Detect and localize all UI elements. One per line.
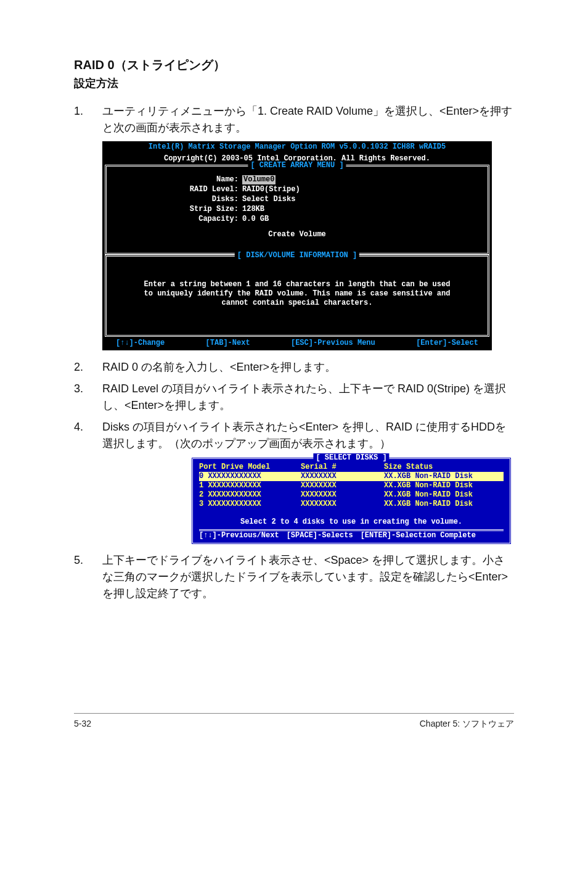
disk-port-model: 3 XXXXXXXXXXXX: [199, 500, 301, 509]
step-number: 5.: [74, 552, 102, 602]
disk-size-status: XX.XGB Non-RAID Disk: [384, 500, 501, 509]
field-name-row[interactable]: Name: Volume0: [114, 175, 480, 184]
hint-change: [↑↓]-Change: [116, 339, 165, 348]
box-title: [ SELECT DISKS ]: [313, 453, 389, 463]
list-item: 1. ユーティリティメニューから「1. Create RAID Volume」を…: [74, 103, 514, 136]
hint-previous-menu: [ESC]-Previous Menu: [291, 339, 375, 348]
box-title: [ DISK/VOLUME INFORMATION ]: [235, 251, 359, 260]
disk-size-status: XX.XGB Non-RAID Disk: [384, 472, 501, 481]
step-text: 上下キーでドライブをハイライト表示させ、<Space> を押して選択します。小さ…: [102, 552, 514, 602]
step-number: 3.: [74, 381, 102, 414]
hint-next: [TAB]-Next: [206, 339, 250, 348]
info-message-line: cannot contain special characters.: [114, 299, 480, 308]
list-item: 3. RAID Level の項目がハイライト表示されたら、上下キーで RAID…: [74, 381, 514, 414]
page-footer: 5-32 Chapter 5: ソフトウェア: [74, 713, 514, 730]
field-strip-size-value[interactable]: 128KB: [242, 205, 264, 214]
disk-row[interactable]: 1 XXXXXXXXXXXX XXXXXXXX XX.XGB Non-RAID …: [199, 481, 504, 490]
step-number: 2.: [74, 359, 102, 376]
disk-row[interactable]: 2 XXXXXXXXXXXX XXXXXXXX XX.XGB Non-RAID …: [199, 490, 504, 500]
header-serial: Serial #: [301, 463, 384, 472]
create-array-menu-box: [ CREATE ARRAY MENU ] Name: Volume0 RAID…: [105, 165, 489, 255]
disk-row[interactable]: 0 XXXXXXXXXXXX XXXXXXXX XX.XGB Non-RAID …: [199, 472, 504, 481]
step-text: RAID 0 の名前を入力し、<Enter>を押します。: [102, 359, 514, 376]
bios-key-hint-bar: [↑↓]-Change [TAB]-Next [ESC]-Previous Me…: [102, 337, 492, 350]
hint-space-select: [SPACE]-Selects: [287, 531, 353, 540]
disk-port-model: 0 XXXXXXXXXXXX: [199, 472, 301, 481]
box-title: [ CREATE ARRAY MENU ]: [248, 161, 346, 170]
field-name-label: Name:: [114, 175, 242, 184]
bios-panel-create-array: Intel(R) Matrix Storage Manager Option R…: [102, 141, 492, 350]
bios-banner-line1: Intel(R) Matrix Storage Manager Option R…: [102, 141, 492, 153]
footer-page-number: 5-32: [74, 717, 91, 730]
info-message-line: to uniquely identify the RAID volume. Th…: [114, 289, 480, 299]
section-title: RAID 0（ストライピング）: [74, 56, 514, 74]
select-disks-message: Select 2 to 4 disks to use in creating t…: [199, 518, 504, 527]
select-disks-hint-bar: [↑↓]-Previous/Next [SPACE]-Selects [ENTE…: [199, 529, 504, 540]
field-disks-row[interactable]: Disks: Select Disks: [114, 195, 480, 204]
hint-enter-complete: [ENTER]-Selection Complete: [361, 531, 476, 540]
list-item: 2. RAID 0 の名前を入力し、<Enter>を押します。: [74, 359, 514, 376]
disk-size-status: XX.XGB Non-RAID Disk: [384, 481, 501, 490]
disk-serial: XXXXXXXX: [301, 500, 384, 509]
footer-chapter: Chapter 5: ソフトウェア: [420, 717, 514, 730]
field-strip-size-row[interactable]: Strip Size: 128KB: [114, 205, 480, 214]
disk-volume-information-box: [ DISK/VOLUME INFORMATION ] Enter a stri…: [105, 255, 489, 337]
step-number: 1.: [74, 103, 102, 136]
field-strip-size-label: Strip Size:: [114, 205, 242, 214]
field-capacity-row[interactable]: Capacity: 0.0 GB: [114, 215, 480, 224]
list-item: 5. 上下キーでドライブをハイライト表示させ、<Space> を押して選択します…: [74, 552, 514, 602]
info-message-line: Enter a string between 1 and 16 characte…: [114, 280, 480, 289]
hint-select: [Enter]-Select: [416, 339, 478, 348]
field-capacity-label: Capacity:: [114, 215, 242, 224]
disk-size-status: XX.XGB Non-RAID Disk: [384, 490, 501, 500]
list-item: 4. Disks の項目がハイライト表示されたら<Enter> を押し、RAID…: [74, 419, 514, 452]
field-raid-level-value[interactable]: RAID0(Stripe): [242, 185, 300, 194]
header-port-drive-model: Port Drive Model: [199, 463, 301, 472]
field-disks-label: Disks:: [114, 195, 242, 204]
step-text: RAID Level の項目がハイライト表示されたら、上下キーで RAID 0(…: [102, 381, 514, 414]
select-disks-header-row: Port Drive Model Serial # Size Status: [199, 463, 504, 472]
step-text: ユーティリティメニューから「1. Create RAID Volume」を選択し…: [102, 103, 514, 136]
disk-serial: XXXXXXXX: [301, 490, 384, 500]
field-name-value[interactable]: Volume0: [242, 175, 276, 184]
field-raid-level-row[interactable]: RAID Level: RAID0(Stripe): [114, 185, 480, 194]
create-volume-action[interactable]: Create Volume: [114, 230, 480, 239]
field-capacity-value[interactable]: 0.0 GB: [242, 215, 269, 224]
disk-row[interactable]: 3 XXXXXXXXXXXX XXXXXXXX XX.XGB Non-RAID …: [199, 500, 504, 509]
disk-serial: XXXXXXXX: [301, 472, 384, 481]
select-disks-panel: [ SELECT DISKS ] Port Drive Model Serial…: [191, 457, 512, 545]
header-size-status: Size Status: [384, 463, 501, 472]
disk-serial: XXXXXXXX: [301, 481, 384, 490]
hint-prev-next: [↑↓]-Previous/Next: [199, 531, 279, 540]
disk-port-model: 2 XXXXXXXXXXXX: [199, 490, 301, 500]
field-raid-level-label: RAID Level:: [114, 185, 242, 194]
step-text: Disks の項目がハイライト表示されたら<Enter> を押し、RAID に使…: [102, 419, 514, 452]
disk-port-model: 1 XXXXXXXXXXXX: [199, 481, 301, 490]
section-subtitle: 設定方法: [74, 75, 514, 92]
field-disks-value[interactable]: Select Disks: [242, 195, 295, 204]
step-number: 4.: [74, 419, 102, 452]
